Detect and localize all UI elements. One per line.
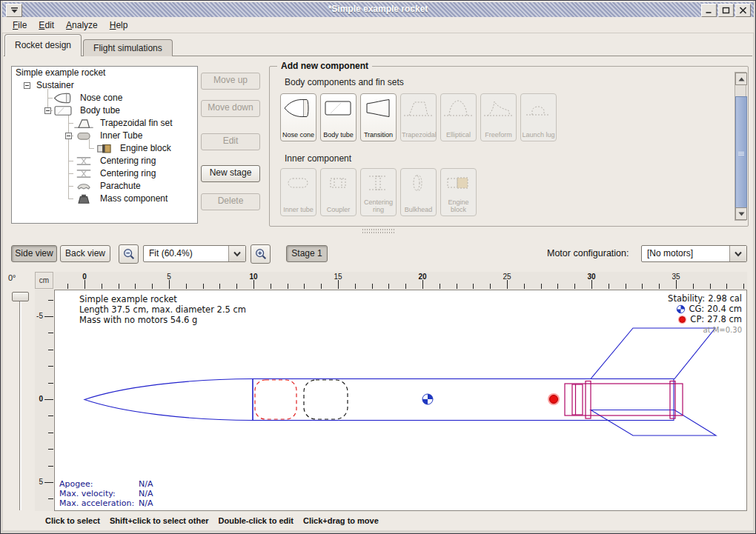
tree-item-label: Inner Tube	[100, 130, 142, 141]
tree-item-nose-cone[interactable]: Nose cone	[12, 92, 197, 104]
ruler-tick	[48, 433, 53, 433]
close-button[interactable]	[735, 4, 751, 17]
component-button-transition[interactable]: Transition	[360, 93, 397, 141]
tree-connector-stub	[68, 173, 73, 174]
component-button-centering-ring[interactable]: Centering ring	[360, 168, 397, 216]
minimize-button[interactable]	[701, 4, 717, 17]
component-button-nose-cone[interactable]: Nose cone	[280, 93, 316, 141]
nose-cone-icon	[282, 97, 314, 119]
zoom-level-select[interactable]: Fit (60.4%)	[143, 245, 246, 262]
component-button-body-tube[interactable]: Body tube	[320, 93, 357, 141]
ruler-tick	[253, 280, 254, 289]
tree-item-simple-example-rocket[interactable]: Simple example rocket	[12, 67, 197, 79]
horizontal-ruler: 05101520253035	[54, 272, 747, 289]
tree-item-label: Trapezoidal fin set	[100, 118, 173, 128]
cp-marker	[548, 393, 560, 405]
mach-note: at M=0.30	[668, 324, 742, 335]
ruler-tick	[676, 280, 677, 289]
zoom-out-button[interactable]	[119, 244, 139, 264]
engine-block-icon	[442, 172, 474, 194]
ruler-tick	[44, 482, 53, 483]
tree-expander-collapse[interactable]	[24, 82, 30, 89]
elliptical-fin-icon	[442, 97, 474, 119]
component-button-launch-lug[interactable]: Launch lug	[520, 93, 557, 141]
component-button-bulkhead[interactable]: Bulkhead	[400, 168, 437, 216]
stage-1-toggle[interactable]: Stage 1	[286, 245, 328, 262]
component-button-freeform[interactable]: Freeform	[480, 93, 517, 141]
tree-expander-collapse[interactable]	[44, 107, 51, 114]
ruler-tick	[388, 284, 389, 289]
motor-configuration-select[interactable]: [No motors]	[641, 245, 747, 262]
edit-button[interactable]: Edit	[201, 133, 260, 150]
component-button-elliptical[interactable]: Elliptical	[440, 93, 477, 141]
component-button-inner-tube[interactable]: Inner tube	[280, 168, 316, 216]
ruler-tick	[288, 284, 288, 289]
new-stage-button[interactable]: New stage	[201, 165, 260, 182]
ruler-tick	[541, 284, 542, 289]
tree-connector-stub	[68, 198, 73, 199]
tree-item-parachute[interactable]: Parachute	[12, 180, 197, 193]
body-tube-icon	[322, 97, 354, 119]
delete-button[interactable]: Delete	[201, 193, 260, 210]
tree-item-label: Engine block	[120, 143, 171, 153]
openrocket-window: *Simple example rocket File Edit Analyze…	[0, 0, 756, 534]
component-tree[interactable]: Simple example rocketSustainerNose coneB…	[11, 66, 198, 224]
tree-item-sustainer[interactable]: Sustainer	[12, 79, 197, 92]
tab-flight-simulations[interactable]: Flight simulations	[83, 39, 173, 56]
menu-file[interactable]: File	[7, 19, 33, 32]
status-bar: Click to selectShift+click to select oth…	[45, 516, 388, 530]
rocket-canvas[interactable]: Simple example rocket Length 37.5 cm, ma…	[54, 290, 747, 511]
zoom-select-arrow[interactable]	[228, 246, 245, 261]
ruler-tick	[236, 284, 237, 289]
nose-cone-outline	[84, 379, 253, 421]
ruler-tick	[152, 284, 153, 289]
info-line: Mass with no motors 54.6 g	[79, 315, 246, 325]
menu-edit[interactable]: Edit	[33, 19, 60, 32]
cg-readout: CG:20.4 cm	[668, 304, 742, 314]
tree-item-centering-ring[interactable]: Centering ring	[12, 155, 197, 167]
tree-item-mass-component[interactable]: Mass component	[12, 193, 197, 205]
move-up-button[interactable]: Move up	[201, 73, 260, 90]
inner-component-label: Inner component	[285, 153, 351, 164]
component-button-label: Nose cone	[282, 131, 315, 138]
tree-item-centering-ring[interactable]: Centering ring	[12, 167, 197, 180]
tree-connector-stub	[47, 98, 53, 99]
centering-ring-icon	[362, 172, 394, 194]
ruler-tick	[48, 366, 53, 367]
component-scrollbar[interactable]	[735, 72, 746, 221]
tree-item-trapezoidal-fin-set[interactable]: Trapezoidal fin set	[12, 117, 197, 130]
component-button-coupler[interactable]: Coupler	[320, 168, 357, 216]
chevron-down-icon	[734, 251, 743, 257]
tree-item-inner-tube[interactable]: Inner Tube	[12, 130, 197, 142]
component-button-engine-block[interactable]: Engine block	[440, 168, 477, 216]
menu-analyze[interactable]: Analyze	[60, 19, 104, 32]
menu-help[interactable]: Help	[104, 19, 134, 32]
ruler-label: 35	[672, 273, 680, 281]
tree-item-label: Mass component	[100, 193, 168, 204]
zoom-in-button[interactable]	[251, 244, 271, 264]
rotation-slider-handle[interactable]	[12, 292, 29, 301]
component-button-trapezoidal[interactable]: Trapezoidal	[400, 93, 437, 141]
back-view-button[interactable]: Back view	[60, 245, 110, 262]
tree-expander-collapse[interactable]	[65, 133, 72, 139]
ruler-tick	[743, 284, 744, 289]
tree-item-body-tube[interactable]: Body tube	[12, 104, 197, 117]
tree-item-engine-block[interactable]: Engine block	[12, 142, 197, 155]
tab-rocket-design[interactable]: Rocket design	[4, 34, 82, 56]
side-view-button[interactable]: Side view	[11, 245, 57, 262]
centering-ring-1-outline	[586, 381, 591, 419]
ruler-label: 10	[249, 273, 257, 281]
scroll-up-button[interactable]	[735, 73, 747, 85]
scroll-down-button[interactable]	[735, 207, 747, 220]
fin-upper	[591, 328, 715, 379]
title-bar[interactable]: *Simple example rocket	[2, 2, 754, 17]
move-down-button[interactable]: Move down	[201, 100, 260, 117]
motor-select-arrow[interactable]	[729, 246, 746, 261]
rotation-slider-track[interactable]	[19, 299, 21, 510]
cp-legend-icon	[677, 315, 687, 324]
split-pane-handle[interactable]	[362, 228, 396, 234]
ruler-tick	[186, 284, 187, 289]
ruler-tick	[726, 284, 727, 289]
scroll-thumb[interactable]	[735, 96, 747, 211]
maximize-button[interactable]	[718, 4, 734, 17]
